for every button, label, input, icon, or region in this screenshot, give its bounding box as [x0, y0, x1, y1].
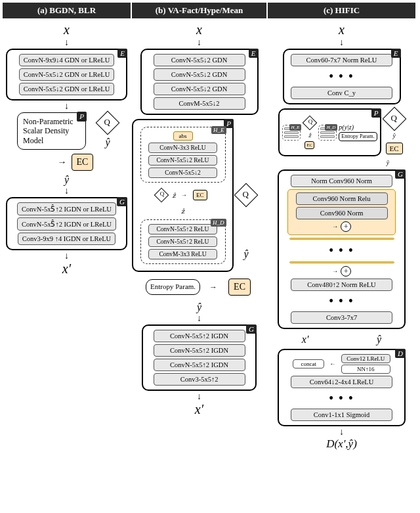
arrow-icon: ↓ [64, 186, 69, 196]
hyper-encoder: H_E abs ConvN-3x3 ReLU ConvN-5x5↓2 ReLU … [140, 127, 226, 183]
op: Conv60-7x7 Norm ReLU [291, 54, 392, 66]
arrow-icon: → [209, 282, 217, 292]
arrow-icon: ↓ [339, 37, 344, 48]
dots-icon: • • • [329, 294, 354, 308]
mini-op [320, 135, 335, 138]
residual-block: Conv960 Norm Relu Conv960 Norm →+ [287, 189, 396, 235]
op: NN↑16 [341, 365, 390, 374]
quantizer-c: Q [382, 107, 406, 131]
input-x-c: x [339, 22, 345, 37]
yhat-a-2: ŷ [64, 174, 69, 186]
yhat-c-3: ŷ [377, 334, 381, 346]
ec-z: EC [193, 190, 207, 200]
generator-label-c: G [395, 169, 406, 179]
resid-bar [289, 261, 394, 263]
col-c-title: (c) HIFIC [268, 3, 415, 18]
col-a-title: (a) BGDN, BLR [3, 3, 131, 18]
yhat-b-1: ŷ [243, 248, 248, 260]
arrow-icon: → [332, 223, 339, 230]
output-d: D(x′,ŷ) [326, 437, 357, 451]
encoder-label-b: E [249, 49, 259, 58]
encoder-block-b: E ConvN-5x5↓2 GDN ConvN-5x5↓2 GDN ConvN-… [140, 49, 259, 115]
prior-label-c: P [371, 108, 381, 118]
op: Conv3-5x5↑2 [154, 373, 245, 386]
output-xprime-b: x′ [195, 402, 203, 417]
op: ConvN-5x5↑2 ReLU [148, 224, 217, 234]
entropy-param-b: Entropy Param. [146, 279, 200, 294]
op: Conv C_y [291, 87, 392, 99]
hyper-decoder: H_D ConvN-5x5↑2 ReLU ConvN-5x5↑2 ReLU Co… [140, 219, 226, 264]
mini-op [320, 131, 335, 134]
arrow-icon: → [332, 268, 339, 275]
encoder-block-a: E ConvN-9x9↓4 GDN or LReLU ConvN-5x5↓2 G… [6, 49, 127, 100]
quantizer-z-c: Q [303, 116, 318, 131]
generator-block-b: G ConvN-5x5↑2 IGDN ConvN-5x5↑2 IGDN Conv… [142, 324, 257, 391]
pyz-label: p(y|z) [339, 123, 377, 131]
dots-icon: • • • [329, 391, 354, 405]
quantizer-a: Q [96, 111, 120, 135]
op: ConvN-5x5↓2 ReLU [148, 155, 217, 166]
output-xprime-a: x′ [62, 261, 71, 277]
column-hific: (c) HIFIC x ↓ E Conv60-7x7 Norm ReLU • •… [268, 3, 415, 452]
quantizer-z: Q [154, 188, 169, 203]
figure-wrapper: (a) BGDN, BLR x ↓ E ConvN-9x9↓4 GDN or L… [0, 0, 420, 455]
op: ConvN-5x5↑2 ReLU [148, 236, 217, 247]
op: ConvN-5x5↓2 [148, 167, 217, 178]
yhat-c-1: ŷ [392, 133, 395, 139]
prior-block-a: P Non-Parametric Scalar Density Model [17, 112, 86, 150]
arrow-icon: → [181, 192, 188, 198]
xprime-c: x′ [302, 334, 309, 346]
arrow-icon: → [58, 157, 67, 167]
hd-label: H_D [211, 219, 226, 227]
he-mini-label: H_E [289, 124, 302, 131]
hyper-dec-mini: H_D [318, 125, 337, 141]
entropy-coder-b: EC [228, 279, 251, 296]
generator-label-a: G [117, 197, 127, 206]
generator-block-a: G ConvN-5x5̂↑2 IGDN or LReLU ConvN-5x5̂↑… [6, 197, 127, 250]
op: Norm Conv960 Norm [291, 175, 392, 187]
zhat-c: ẑ [308, 133, 311, 139]
discriminator-block: D concat ← Conv12 LReLU NN↑16 Conv64↓2-4… [278, 349, 406, 426]
input-x-b: x [196, 22, 202, 37]
ec-row-a: → EC [58, 152, 96, 173]
hyper-enc-mini: H_E [282, 125, 301, 141]
prior-label-a: P [77, 112, 87, 122]
he-label: H_E [211, 126, 226, 134]
op: ConvM-5x5↓2 [154, 97, 245, 110]
op: Conv12 LReLU [341, 354, 390, 363]
abs-op: abs [173, 131, 193, 141]
yhat-c-2: ŷ [387, 160, 389, 166]
column-bgdn-blr: (a) BGDN, BLR x ↓ E ConvN-9x9↓4 GDN or L… [3, 3, 131, 452]
arrow-icon: ↓ [197, 391, 201, 402]
encoder-block-c: E Conv60-7x7 Norm ReLU • • • Conv C_y [283, 49, 401, 104]
op: Conv1-1x1 Sigmoid [291, 409, 392, 421]
entropy-coder-a: EC [72, 154, 94, 171]
op: Conv480↑2 Norm ReLU [291, 279, 392, 291]
entropy-param-c: Entropy Param. [339, 132, 377, 141]
entropy-coder-c: EC [386, 143, 403, 154]
generator-block-c: G Norm Conv960 Norm Conv960 Norm Relu Co… [278, 169, 406, 329]
input-x-a: x [64, 22, 70, 37]
column-va: (b) VA-Fact/Hype/Mean x ↓ E ConvN-5x5↓2 … [132, 3, 266, 452]
mini-op [284, 135, 299, 138]
op: Conv64↓2-4x4 LReLU [291, 376, 392, 388]
op: ConvN-5x5̂↑2 IGDN or LReLU [17, 202, 116, 215]
add-icon: + [341, 221, 351, 232]
quantizer-b: Q [234, 183, 259, 208]
op: ConvN-9x9↓4 GDN or LReLU [19, 54, 115, 66]
ec-z-c: EC [304, 141, 314, 149]
op: ConvN-5x5↓2 GDN or LReLU [19, 68, 115, 81]
op: ConvN-5x5↑2 IGDN [154, 330, 245, 342]
arrow-icon: ← [329, 361, 336, 367]
op: Conv960 Norm [296, 207, 388, 219]
dots-icon: • • • [329, 70, 354, 83]
encoder-label-c: E [391, 49, 401, 58]
op: ConvN-3x3 ReLU [148, 143, 217, 153]
zhat-1: ẑ [172, 192, 175, 199]
op: Conv960 Norm Relu [296, 192, 388, 205]
disc-label: D [395, 349, 406, 358]
resid-bar [289, 238, 394, 240]
yhat-b-2: ŷ [197, 301, 201, 313]
op: ConvN-5x5↑2 IGDN [154, 359, 245, 371]
hyper-mid-row: Q ẑ → EC [156, 186, 209, 204]
